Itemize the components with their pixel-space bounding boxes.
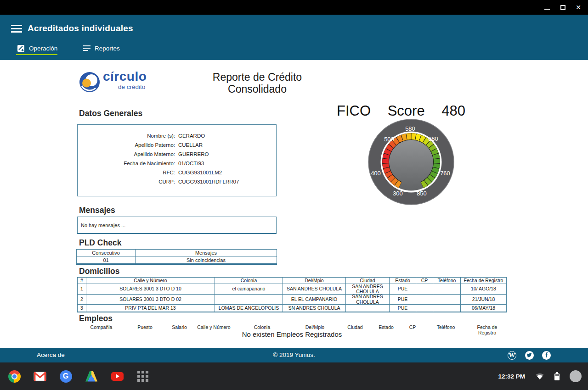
gauge-tick-300: 300 (393, 190, 403, 197)
datos-row: Nombre (s):GERARDO (78, 131, 276, 140)
os-titlebar: ✕ (0, 0, 588, 15)
mensajes-box: No hay mensajes ... (77, 217, 277, 234)
facebook-icon[interactable]: f (542, 351, 551, 360)
domicilios-row: 3 PRIV PTA DEL MAR 13 LOMAS DE ANGELOPOL… (78, 304, 506, 312)
datos-generales-box: Nombre (s):GERARDO Apellido Paterno:CUEL… (77, 124, 277, 196)
empleos-empty-text: No existen Empleos Registrados (77, 330, 507, 338)
pld-check-table: Consecutivo Mensajes 01 Sin coincidencia… (76, 249, 277, 265)
copyright-text: © 2019 Yunius. (0, 351, 588, 358)
twitter-bird-icon (526, 352, 532, 358)
datos-row: Fecha de Nacimiento:01/OCT/93 (78, 159, 276, 168)
google-app-icon[interactable]: G (59, 370, 72, 383)
empleos-heading: Empleos (79, 314, 113, 323)
screen: ✕ Acreditados individuales Operación Rep… (0, 0, 588, 390)
domicilios-row: 1 SOLARES 3001 3 DTO D 10 el camapanario… (78, 284, 506, 294)
close-icon: ✕ (576, 4, 581, 11)
minimize-button[interactable] (543, 3, 551, 11)
site-footer: © 2019 Yunius. Acerca de W f (0, 348, 588, 362)
mensajes-heading: Mensajes (79, 206, 115, 215)
gauge-tick-500: 500 (384, 136, 394, 143)
fico-brand: FICO (337, 103, 371, 119)
datos-row: CURP:CUGG931001HDFLRR07 (78, 177, 276, 186)
tab-operacion[interactable]: Operación (17, 42, 57, 54)
operation-icon (17, 45, 25, 52)
maximize-icon (560, 5, 565, 10)
google-drive-icon[interactable] (85, 370, 98, 383)
pld-data-row: 01 Sin coincidencias (77, 256, 277, 263)
domicilios-row: 2 SOLARES 3001 3 DTO D 02 EL EL CAMPANAR… (78, 294, 506, 304)
datos-row: Apellido Materno:GUERRERO (78, 150, 276, 159)
datos-generales-heading: Datos Generales (79, 109, 142, 118)
gauge-tick-580: 580 (405, 125, 415, 132)
report-title: Reporte de Crédito Consolidado (202, 71, 312, 95)
fico-score-label: Score (388, 103, 425, 119)
close-button[interactable]: ✕ (574, 3, 582, 11)
maximize-button[interactable] (559, 3, 567, 11)
hamburger-menu-icon[interactable] (11, 25, 22, 33)
os-shelf: G 12:32 PM (0, 362, 588, 390)
shelf-apps: G (8, 362, 149, 390)
social-icons: W f (508, 351, 551, 360)
tab-reportes[interactable]: Reportes (83, 42, 120, 54)
minimize-icon (544, 9, 550, 10)
wifi-icon (535, 373, 544, 380)
pld-header-row: Consecutivo Mensajes (77, 250, 277, 256)
active-tab-underline (16, 54, 57, 55)
gauge-tick-850: 850 (417, 190, 427, 197)
system-tray[interactable]: 12:32 PM (498, 362, 582, 390)
window-controls: ✕ (543, 0, 582, 15)
datos-row: Apellido Paterno:CUELLAR (78, 140, 276, 150)
fico-score-title: FICO Score 480 (337, 103, 465, 119)
mensajes-empty-text: No hay mensajes ... (81, 223, 125, 228)
domicilios-header-row: # Calle y Número Colonia Del/Mpio Ciudad… (78, 278, 506, 284)
datos-row: RFC:CUGG931001LM2 (78, 168, 276, 177)
fico-gauge: 300 400 500 580 660 760 850 (368, 118, 455, 206)
pld-check-heading: PLD Check (79, 238, 121, 248)
tab-operacion-label: Operación (29, 45, 57, 52)
gauge-tick-400: 400 (371, 170, 381, 177)
report-title-line2: Consolidado (202, 83, 312, 95)
gmail-icon[interactable] (34, 370, 46, 383)
domicilios-table: # Calle y Número Colonia Del/Mpio Ciudad… (77, 277, 507, 312)
fico-score-value: 480 (441, 103, 465, 119)
gauge-tick-760: 760 (440, 170, 450, 177)
reports-icon (83, 45, 90, 51)
battery-icon (554, 372, 560, 380)
circulo-de-credito-logo (79, 72, 100, 93)
about-link[interactable]: Acerca de (37, 351, 65, 358)
app-title: Acreditados individuales (28, 23, 133, 33)
report-title-line1: Reporte de Crédito (202, 71, 312, 83)
domicilios-heading: Domicilios (79, 267, 120, 276)
report-content: círculo de crédito Reporte de Crédito Co… (0, 60, 588, 348)
tab-reportes-label: Reportes (95, 45, 120, 52)
gmail-envelope-icon (34, 372, 46, 381)
gauge-tick-660: 660 (428, 135, 438, 142)
clock: 12:32 PM (498, 373, 525, 380)
youtube-icon[interactable] (111, 370, 124, 383)
chrome-icon[interactable] (8, 370, 21, 383)
app-launcher-icon[interactable] (136, 370, 149, 383)
wordpress-icon[interactable]: W (508, 351, 516, 360)
app-header: Acreditados individuales Operación Repor… (0, 15, 588, 60)
logo-name: círculo (103, 69, 147, 84)
account-avatar[interactable] (570, 370, 582, 382)
twitter-icon[interactable] (525, 351, 534, 360)
logo-subtitle: de crédito (118, 84, 145, 90)
